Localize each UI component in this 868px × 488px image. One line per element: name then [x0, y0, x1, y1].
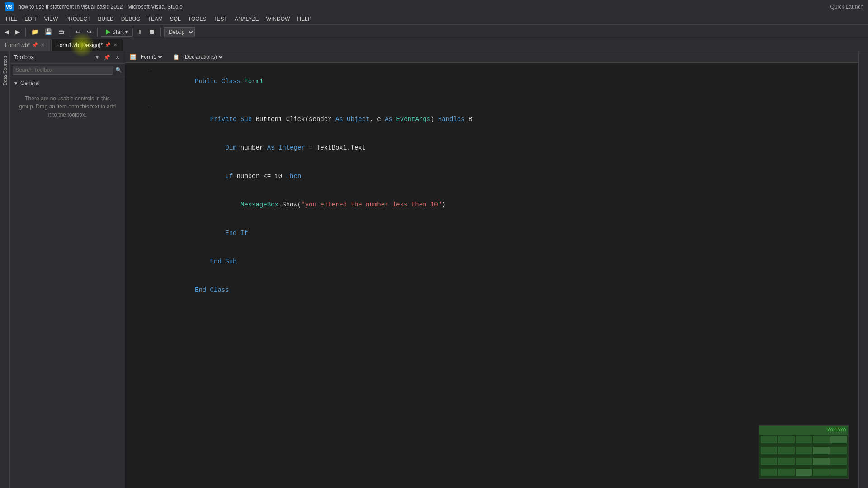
form-name-dropdown[interactable]: Form1 [139, 53, 164, 61]
if-condition: number <= 10 [236, 173, 286, 180]
dot-show: .Show( [278, 201, 301, 208]
toolbar-separator-1 [25, 28, 26, 37]
code-line-9: End Class [125, 276, 858, 305]
code-line-1: − Public Class Form1 [125, 67, 858, 96]
save-all-button[interactable]: 🗃 [56, 27, 66, 37]
tab-form1-vb-design[interactable]: Form1.vb [Design]* 📌 ✕ [51, 39, 123, 51]
close-tab-1[interactable]: ✕ [40, 42, 45, 47]
collapse-btn-1[interactable]: − [146, 67, 152, 74]
minimap-btn [830, 447, 847, 454]
code-line-3: − Private Sub Button1_Click(sender As Ob… [125, 105, 858, 134]
declarations-dropdown[interactable]: (Declarations) [181, 53, 224, 61]
kw-then: Then [286, 173, 302, 180]
toolbox-pin-btn[interactable]: 📌 [102, 54, 112, 61]
quick-launch-label[interactable]: Quick Launch [830, 4, 863, 10]
code-text-4: Dim number As Integer = TextBox1.Text [155, 134, 856, 162]
kw-end-sub: End Sub [210, 258, 237, 265]
pause-button[interactable]: ⏸ [135, 27, 145, 37]
menu-view[interactable]: VIEW [41, 15, 62, 23]
kw-end-if: End If [225, 230, 248, 237]
open-file-button[interactable]: 📁 [29, 27, 41, 37]
comma: , [370, 116, 377, 123]
minimap-btn [813, 469, 829, 476]
data-sources-label[interactable]: Data Sources [1, 51, 9, 90]
code-editor[interactable]: − Public Class Form1 − Private Su [125, 63, 858, 488]
tab-form1-vb-design-label: Form1.vb [Design]* [56, 42, 103, 48]
minimap-preview: 555555555 [759, 425, 849, 479]
menu-tools[interactable]: TOOLS [184, 15, 210, 23]
start-label: Start [112, 29, 123, 35]
kw-private: Private [210, 116, 241, 123]
menu-sql[interactable]: SQL [166, 15, 184, 23]
paren-close: ) [430, 116, 438, 123]
window-title: how to use if statement in visual basic … [18, 4, 826, 10]
data-sources-tab[interactable]: Data Sources [0, 51, 10, 488]
sub-name: Button1_Click( [255, 116, 309, 123]
var-number: number [241, 144, 267, 151]
code-line-8: End Sub [125, 248, 858, 276]
title-bar: VS how to use if statement in visual bas… [0, 0, 868, 14]
minimap-btn [796, 458, 812, 465]
tab-form1-vb[interactable]: Form1.vb* 📌 ✕ [0, 39, 50, 51]
search-toolbox-input[interactable] [13, 66, 113, 75]
redo-button[interactable]: ↪ [85, 27, 94, 37]
close-tab-2[interactable]: ✕ [113, 42, 118, 47]
menu-file[interactable]: FILE [2, 15, 21, 23]
pin-icon-2[interactable]: 📌 [105, 42, 110, 47]
toolbox-dropdown-btn[interactable]: ▾ [94, 54, 100, 61]
code-text-7: End If [155, 219, 856, 248]
debug-config-select[interactable]: Debug [164, 27, 195, 37]
code-text-3: Private Sub Button1_Click(sender As Obje… [155, 105, 856, 134]
type-integer: Integer [278, 144, 305, 151]
kw-as2: As [385, 116, 396, 123]
toolbox-general-section: ▼ General There are no usable controls i… [10, 76, 125, 128]
minimap-btn [761, 458, 777, 465]
menu-edit[interactable]: EDIT [21, 15, 40, 23]
code-text-8: End Sub [155, 248, 856, 276]
menu-help[interactable]: HELP [293, 15, 315, 23]
menu-project[interactable]: PROJECT [61, 15, 94, 23]
minimap-btn [761, 436, 777, 443]
menu-test[interactable]: TEST [210, 15, 231, 23]
declarations-icon: 📋 [173, 54, 179, 60]
param-type-object: Object [347, 116, 369, 123]
toolbar-separator-4 [160, 28, 161, 37]
save-button[interactable]: 💾 [42, 27, 54, 37]
minimap-btn [761, 447, 777, 454]
stop-button[interactable]: ⏹ [147, 27, 157, 37]
menu-debug[interactable]: DEBUG [118, 15, 144, 23]
code-line-7: End If [125, 219, 858, 248]
toolbar-separator-3 [97, 28, 98, 37]
collapse-btn-3[interactable]: − [146, 105, 152, 112]
minimap-btn [813, 436, 829, 443]
back-button[interactable]: ◀ [2, 27, 11, 37]
code-text-2 [155, 96, 856, 105]
start-button[interactable]: Start ▾ [101, 28, 133, 37]
menu-bar: FILE EDIT VIEW PROJECT BUILD DEBUG TEAM … [0, 14, 868, 25]
minimap-display-bar: 555555555 [760, 426, 848, 435]
toolbox-close-btn[interactable]: ✕ [114, 54, 121, 61]
minimap-btn [830, 458, 847, 465]
start-dropdown-arrow[interactable]: ▾ [125, 29, 128, 35]
play-icon [106, 29, 110, 35]
minimap-btn [761, 469, 777, 476]
menu-build[interactable]: BUILD [94, 15, 117, 23]
collapse-arrow-icon: ▼ [14, 81, 18, 86]
menu-window[interactable]: WINDOW [263, 15, 294, 23]
toolbox-controls: ▾ 📌 ✕ [94, 54, 121, 61]
close-paren: ) [442, 201, 445, 208]
toolbox-empty-message: There are no usable controls in this gro… [14, 88, 121, 126]
toolbar: ◀ ▶ 📁 💾 🗃 ↩ ↪ Start ▾ ⏸ ⏹ Debug [0, 25, 868, 39]
kw-class: Class [222, 78, 244, 85]
editor-area: 🪟 Form1 📋 (Declarations) − Public Cla [125, 51, 858, 488]
string-literal: "you entered the number less then 10" [301, 201, 442, 208]
kw-end-class: End Class [195, 286, 229, 294]
menu-team[interactable]: TEAM [144, 15, 166, 23]
minimap-btn [778, 469, 794, 476]
tab-form1-vb-label: Form1.vb* [5, 42, 30, 48]
menu-analyze[interactable]: ANALYZE [231, 15, 263, 23]
toolbox-section-header[interactable]: ▼ General [14, 79, 121, 88]
pin-icon-1[interactable]: 📌 [32, 42, 38, 47]
undo-button[interactable]: ↩ [73, 27, 83, 37]
forward-button[interactable]: ▶ [13, 27, 22, 37]
